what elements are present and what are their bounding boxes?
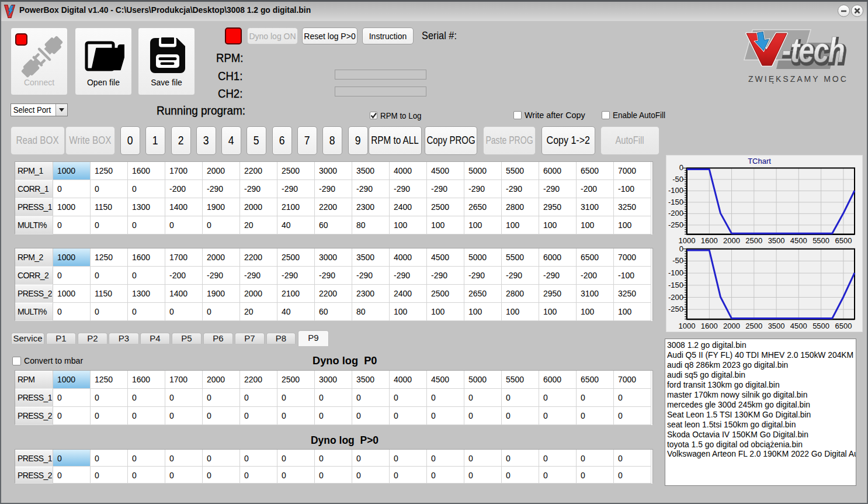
svg-text:-100: -100 [668, 268, 683, 277]
svg-text:0: 0 [679, 244, 683, 253]
svg-text:1600: 1600 [701, 322, 718, 330]
svg-text:2500: 2500 [745, 236, 762, 245]
svg-text:5500: 5500 [813, 236, 829, 245]
svg-text:4500: 4500 [790, 236, 807, 245]
svg-text:-250: -250 [668, 305, 683, 313]
svg-text:0: 0 [679, 163, 683, 172]
svg-text:-50: -50 [672, 256, 683, 265]
svg-text:2000: 2000 [723, 322, 740, 330]
svg-text:6500: 6500 [835, 236, 852, 245]
svg-text:1600: 1600 [701, 236, 718, 245]
svg-text:-150: -150 [668, 198, 683, 206]
svg-text:-200: -200 [668, 293, 683, 302]
svg-text:TChart: TChart [748, 157, 771, 165]
svg-text:4500: 4500 [790, 322, 807, 330]
svg-text:-250: -250 [668, 220, 683, 229]
svg-text:-150: -150 [668, 281, 683, 289]
svg-text:-50: -50 [672, 175, 683, 184]
svg-text:-100: -100 [668, 186, 683, 195]
svg-text:1000: 1000 [679, 322, 696, 330]
svg-text:5500: 5500 [813, 322, 829, 330]
svg-text:-200: -200 [668, 209, 683, 218]
svg-text:2000: 2000 [723, 236, 740, 245]
svg-text:6500: 6500 [835, 322, 852, 330]
svg-text:2500: 2500 [745, 322, 762, 330]
svg-text:3500: 3500 [768, 236, 785, 245]
svg-text:3500: 3500 [768, 322, 785, 330]
